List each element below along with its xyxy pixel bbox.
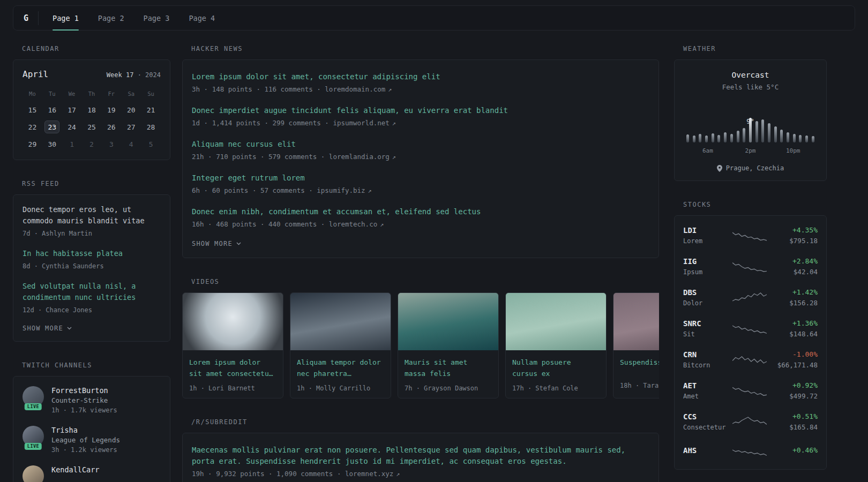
weather-location[interactable]: Prague, Czechia	[682, 164, 819, 172]
reddit-post[interactable]: Maecenas mollis pulvinar erat non posuer…	[192, 445, 649, 479]
stock-change: +1.42%	[769, 288, 818, 296]
stock-row[interactable]: AHS +0.46%	[683, 437, 818, 465]
weather-peak-temp-label: 9°	[746, 118, 754, 125]
rss-item-title[interactable]: Donec tempor eros leo, ut commodo mauris…	[23, 204, 161, 227]
stock-row[interactable]: CRNBitcorn -1.00%$66,171.48	[683, 344, 818, 375]
rss-item[interactable]: Donec tempor eros leo, ut commodo mauris…	[23, 204, 161, 239]
video-meta: 18h · Tara	[620, 376, 659, 391]
stock-price: $499.72	[769, 392, 818, 400]
external-link-icon: ↗	[392, 153, 396, 161]
stocks-card: LDILorem +4.35%$795.18 IIGIpsum +2.84%$4…	[674, 215, 827, 470]
calendar-day: 17	[64, 103, 79, 116]
weekday-label: We	[69, 91, 76, 97]
tab-page-1[interactable]: Page 1	[53, 6, 79, 30]
weather-time-labels: 6am 2pm 10pm	[686, 147, 814, 155]
hacker-news-item[interactable]: Donec enim nibh, condimentum et accumsan…	[192, 206, 649, 230]
stock-change: -1.00%	[769, 350, 818, 358]
stock-price: $795.18	[769, 237, 818, 245]
calendar-week-year: Week 17 · 2024	[107, 71, 161, 79]
hn-item-meta: 16h · 468 points · 440 comments · loremt…	[192, 219, 649, 230]
hacker-news-item[interactable]: Donec imperdiet augue tincidunt felis al…	[192, 105, 649, 129]
video-card[interactable]: Suspendisse diam 18h · Tara	[613, 292, 659, 398]
weather-section: WEATHER Overcast Feels like 5°C 9° 6am 2…	[674, 45, 827, 181]
hacker-news-item[interactable]: Integer eget rutrum lorem 6h · 60 points…	[192, 172, 649, 196]
calendar-card: April Week 17 · 2024 Mo Tu We Th Fr Sa S…	[13, 59, 170, 160]
rss-show-more-button[interactable]: SHOW MORE	[23, 325, 72, 332]
weather-condition: Overcast	[682, 71, 819, 79]
weekday-label: Fr	[108, 91, 115, 97]
calendar-day: 1	[64, 138, 79, 150]
rss-item-title[interactable]: Sed volutpat nulla nisl, a condimentum n…	[23, 281, 161, 303]
video-thumbnail	[613, 293, 659, 350]
hacker-news-item[interactable]: Lorem ipsum dolor sit amet, consectetur …	[192, 71, 649, 95]
stock-row[interactable]: IIGIpsum +2.84%$42.04	[683, 251, 818, 282]
tab-page-4[interactable]: Page 4	[189, 6, 215, 30]
hn-item-title[interactable]: Aliquam nec cursus elit	[192, 139, 649, 150]
video-title[interactable]: Suspendisse diam	[620, 357, 659, 368]
app-logo[interactable]: G	[23, 11, 39, 25]
rss-item-title[interactable]: In hac habitasse platea	[23, 248, 161, 259]
channel-game: Counter-Strike	[51, 396, 117, 404]
calendar-day: 20	[124, 103, 139, 116]
external-link-icon: ↗	[380, 221, 384, 228]
stock-sparkline-chart	[732, 383, 767, 399]
calendar-day: 22	[25, 120, 40, 133]
hacker-news-item[interactable]: Aliquam nec cursus elit 21h · 710 points…	[192, 139, 649, 162]
weather-card: Overcast Feels like 5°C 9° 6am 2pm 10pm …	[674, 59, 827, 181]
weather-bar	[699, 134, 701, 142]
calendar-day-current: 23	[44, 120, 59, 133]
stock-row[interactable]: CCSConsectetur +0.51%$165.84	[683, 406, 818, 437]
twitch-channel-row[interactable]: LIVE ForrestBurton Counter-Strike 1h · 1…	[23, 386, 161, 416]
video-title[interactable]: Mauris sit amet massa felis	[405, 357, 492, 379]
hn-item-title[interactable]: Lorem ipsum dolor sit amet, consectetur …	[192, 71, 649, 82]
show-more-label: SHOW MORE	[192, 240, 233, 247]
channel-info: KendallCarr	[51, 465, 99, 482]
video-card[interactable]: Aliquam tempor dolor nec pharetra… 1h · …	[290, 292, 391, 398]
stock-name: Sit	[683, 330, 730, 338]
twitch-channel-row[interactable]: LIVE KendallCarr	[23, 465, 161, 482]
video-title[interactable]: Aliquam tempor dolor nec pharetra…	[297, 357, 384, 379]
weekday-label: Su	[147, 91, 154, 97]
stock-row[interactable]: AETAmet +0.92%$499.72	[683, 375, 818, 406]
stock-sparkline-chart	[732, 321, 767, 337]
tab-page-3[interactable]: Page 3	[144, 6, 170, 30]
stock-name: Dolor	[683, 299, 730, 307]
section-title-weather: WEATHER	[674, 45, 827, 52]
calendar-day: 30	[44, 138, 59, 150]
rss-item[interactable]: In hac habitasse platea 8d · Cynthia Sau…	[23, 248, 161, 272]
stock-row[interactable]: DBSDolor +1.42%$156.28	[683, 282, 818, 313]
rss-item[interactable]: Sed volutpat nulla nisl, a condimentum n…	[23, 281, 161, 315]
hn-show-more-button[interactable]: SHOW MORE	[192, 240, 241, 247]
section-title-hacker-news: HACKER NEWS	[182, 45, 659, 52]
video-row: Lorem ipsum dolor sit amet consectetu… 1…	[182, 292, 659, 398]
hn-item-title[interactable]: Donec enim nibh, condimentum et accumsan…	[192, 206, 649, 217]
channel-name[interactable]: KendallCarr	[51, 465, 99, 474]
calendar-day: 3	[104, 138, 119, 150]
channel-name[interactable]: ForrestBurton	[51, 386, 117, 395]
hn-item-title[interactable]: Donec imperdiet augue tincidunt felis al…	[192, 105, 649, 116]
video-card[interactable]: Mauris sit amet massa felis 7h · Grayson…	[398, 292, 499, 398]
stock-change: +4.35%	[769, 226, 818, 234]
video-card[interactable]: Lorem ipsum dolor sit amet consectetu… 1…	[182, 292, 283, 398]
hn-item-meta: 1d · 1,414 points · 299 comments · ipsum…	[192, 118, 649, 129]
hn-item-title[interactable]: Integer eget rutrum lorem	[192, 172, 649, 184]
stock-price: $42.04	[769, 268, 818, 276]
tab-page-2[interactable]: Page 2	[98, 6, 124, 30]
calendar-header: April Week 17 · 2024	[23, 69, 161, 79]
video-title[interactable]: Lorem ipsum dolor sit amet consectetu…	[189, 357, 276, 379]
twitch-channel-row[interactable]: LIVE Trisha League of Legends 3h · 1.2k …	[23, 426, 161, 455]
video-title[interactable]: Nullam posuere cursus ex	[512, 357, 600, 379]
video-card[interactable]: Nullam posuere cursus ex 17h · Stefan Co…	[505, 292, 607, 398]
hacker-news-card: Lorem ipsum dolor sit amet, consectetur …	[182, 59, 659, 258]
channel-info: Trisha League of Legends 3h · 1.2k viewe…	[51, 426, 120, 455]
stock-sparkline-chart	[732, 259, 767, 275]
channel-name[interactable]: Trisha	[51, 426, 120, 434]
stock-row[interactable]: SNRCSit +1.36%$148.64	[683, 313, 818, 344]
weather-feels-like: Feels like 5°C	[682, 83, 819, 91]
weather-bar	[812, 136, 814, 142]
stock-row[interactable]: LDILorem +4.35%$795.18	[683, 220, 818, 251]
reddit-post-title[interactable]: Maecenas mollis pulvinar erat non posuer…	[192, 445, 647, 467]
calendar-week-label: Week 17	[107, 71, 134, 79]
weather-bar	[724, 132, 727, 142]
video-meta: 1h · Molly Carrillo	[297, 379, 384, 394]
